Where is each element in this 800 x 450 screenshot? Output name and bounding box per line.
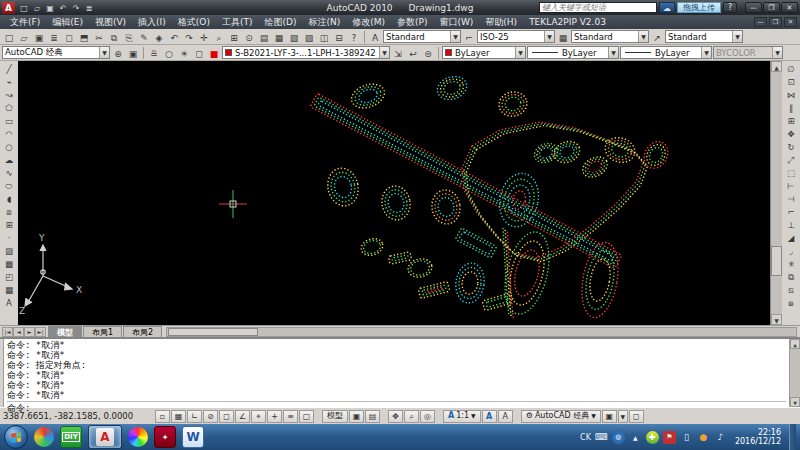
zoom-realtime-icon[interactable]: ⌕ — [212, 30, 226, 44]
multiline-text-icon[interactable]: A — [2, 296, 17, 309]
table-style-icon[interactable]: ▦ — [556, 30, 570, 44]
minimize-button[interactable]: — — [745, 2, 762, 13]
last-tab-icon[interactable]: ►| — [35, 327, 46, 337]
chevron-down-icon[interactable]: ▼ — [99, 47, 109, 58]
workspace-switch-button[interactable]: ⚙AutoCAD 经典▼ — [521, 410, 601, 423]
close-button[interactable]: ✕ — [781, 2, 798, 13]
dim-style-icon[interactable]: ⌐ — [462, 30, 476, 44]
start-button[interactable] — [4, 425, 28, 449]
first-tab-icon[interactable]: |◄ — [2, 327, 13, 337]
color-combo[interactable]: ByLayer▼ — [442, 46, 526, 59]
lineweight-combo[interactable]: ByLayer▼ — [620, 46, 712, 59]
designcenter-icon[interactable]: ▦ — [272, 30, 286, 44]
drawing-canvas[interactable]: Y X Z — [18, 61, 770, 325]
stretch-icon[interactable]: ⬚ — [784, 166, 799, 179]
open-icon[interactable]: ▱ — [31, 2, 43, 14]
array-icon[interactable]: ⊞ — [784, 114, 799, 127]
model-space-button[interactable]: 模型 — [322, 410, 348, 423]
move-icon[interactable]: ✥ — [784, 127, 799, 140]
point-icon[interactable]: · — [2, 231, 17, 244]
polygon-icon[interactable]: ⬠ — [2, 101, 17, 114]
layer-lock-icon[interactable]: ◻ — [192, 46, 206, 60]
region-icon[interactable]: ◰ — [2, 270, 17, 283]
construction-line-icon[interactable]: ⌁ — [2, 75, 17, 88]
command-scrollbar[interactable]: ▲ ▼ — [789, 339, 800, 407]
sheet-set-icon[interactable]: ▨ — [302, 30, 316, 44]
steering-wheel-icon[interactable]: ◎ — [420, 410, 435, 423]
scroll-up-icon[interactable]: ▲ — [790, 339, 800, 349]
help-search-input[interactable] — [539, 2, 657, 13]
break-icon[interactable]: ⌐ — [784, 205, 799, 218]
menu-tekla2pip[interactable]: TEKLA2PIP V2.03 — [523, 15, 612, 29]
polyline-icon[interactable]: ↝ — [2, 88, 17, 101]
menu-file[interactable]: 文件(F) — [4, 15, 46, 29]
dyn-toggle[interactable]: + — [267, 410, 282, 423]
linetype-combo[interactable]: ByLayer▼ — [527, 46, 619, 59]
workspace-combo[interactable]: AutoCAD 经典▼ — [2, 46, 110, 59]
save-icon[interactable]: ▣ — [32, 30, 46, 44]
horizontal-scrollbar[interactable] — [166, 327, 797, 337]
layer-properties-icon[interactable]: ≞ — [147, 46, 161, 60]
scroll-down-icon[interactable]: ▼ — [790, 397, 800, 407]
block-editor-icon[interactable]: ◈ — [152, 30, 166, 44]
menu-tools[interactable]: 工具(T) — [216, 15, 259, 29]
tab-layout2[interactable]: 布局2 — [123, 326, 162, 337]
chevron-down-icon[interactable]: ▼ — [608, 47, 618, 58]
redo-icon[interactable]: ↷ — [70, 2, 82, 14]
trim-icon[interactable]: ⊢ — [784, 179, 799, 192]
tab-model[interactable]: 模型 — [48, 326, 82, 337]
chevron-down-icon[interactable]: ▼ — [638, 31, 648, 42]
otrack-toggle[interactable]: ∠ — [235, 410, 250, 423]
match-properties-icon[interactable]: ✎ — [137, 30, 151, 44]
markup-icon[interactable]: ◫ — [317, 30, 331, 44]
zoom-previous-icon[interactable]: ⊙ — [242, 30, 256, 44]
revision-cloud-icon[interactable]: ☁ — [2, 153, 17, 166]
table-icon[interactable]: ▦ — [2, 283, 17, 296]
next-tab-icon[interactable]: ► — [24, 327, 35, 337]
menu-view[interactable]: 视图(V) — [89, 15, 132, 29]
offset-icon[interactable]: ∥ — [784, 101, 799, 114]
properties-icon[interactable]: ▤ — [257, 30, 271, 44]
explode-icon[interactable]: ✳ — [784, 257, 799, 270]
grid-toggle[interactable]: ▦ — [171, 410, 186, 423]
zoom-icon[interactable]: ⌕ — [404, 410, 419, 423]
text-style-combo[interactable]: Standard▼ — [383, 30, 461, 43]
menu-insert[interactable]: 插入(I) — [132, 15, 172, 29]
publish-icon[interactable]: ⬒ — [77, 30, 91, 44]
paste-icon[interactable]: ⎘ — [122, 30, 136, 44]
taskbar-swirl-app-icon[interactable] — [34, 427, 54, 447]
tool-palettes-icon[interactable]: ▧ — [287, 30, 301, 44]
vscroll-track[interactable] — [771, 72, 782, 314]
menu-edit[interactable]: 编辑(E) — [46, 15, 89, 29]
scroll-down-icon[interactable]: ▼ — [771, 314, 782, 325]
join-icon[interactable]: ⊥ — [784, 218, 799, 231]
erase-icon[interactable]: ∅ — [784, 62, 799, 75]
quick-view-layouts-icon[interactable]: ▤ — [365, 410, 380, 423]
rotate-icon[interactable]: ↻ — [784, 140, 799, 153]
osnap-toggle[interactable]: ◻ — [219, 410, 234, 423]
polar-toggle[interactable]: ⊘ — [203, 410, 218, 423]
ortho-toggle[interactable]: ∟ — [187, 410, 202, 423]
redo-icon[interactable]: ↷ — [182, 30, 196, 44]
device-icon[interactable]: ▯ — [680, 431, 693, 444]
copy-icon[interactable]: ⊡ — [784, 75, 799, 88]
table-style-combo[interactable]: Standard▼ — [571, 30, 649, 43]
zoom-window-icon[interactable]: ⊞ — [227, 30, 241, 44]
plot-preview-icon[interactable]: ◻ — [62, 30, 76, 44]
ducs-toggle[interactable]: ⌖ — [251, 410, 266, 423]
autocad-logo-icon[interactable]: A — [2, 2, 15, 14]
rectangle-icon[interactable]: ▭ — [2, 114, 17, 127]
layer-color-icon[interactable]: ■ — [207, 46, 221, 60]
open-icon[interactable]: ▱ — [17, 30, 31, 44]
menu-parametric[interactable]: 参数(P) — [391, 15, 433, 29]
ellipse-arc-icon[interactable]: ◖ — [2, 192, 17, 205]
layer-previous-icon[interactable]: ↩ — [406, 46, 420, 60]
layer-states-icon[interactable]: ⊜ — [421, 46, 435, 60]
clean-screen-icon[interactable]: ◻ — [629, 410, 644, 423]
draw-order-icon[interactable]: ⧇ — [784, 296, 799, 309]
security-shield-icon[interactable]: ✚ — [646, 431, 659, 444]
pan-icon[interactable]: ✥ — [388, 410, 403, 423]
volume-icon[interactable]: ♪ — [714, 431, 727, 444]
chamfer-icon[interactable]: ◢ — [784, 231, 799, 244]
workspace-settings-icon[interactable]: ⊛ — [111, 46, 125, 60]
